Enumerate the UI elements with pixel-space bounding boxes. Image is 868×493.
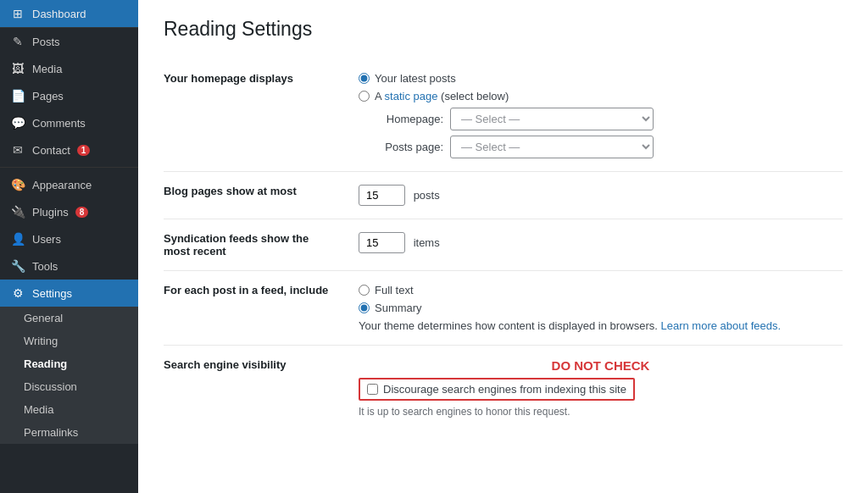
syndication-suffix: items: [414, 236, 440, 249]
blog-pages-suffix: posts: [414, 189, 440, 202]
homepage-select-label: Homepage:: [376, 113, 443, 125]
sidebar-label-users: Users: [32, 233, 61, 246]
plugins-badge: 8: [75, 207, 89, 218]
homepage-displays-label: Your homepage displays: [164, 59, 359, 172]
sidebar-item-media[interactable]: 🖼 Media: [0, 55, 138, 82]
syndication-input[interactable]: [359, 232, 405, 253]
sidebar-item-plugins[interactable]: 🔌 Plugins 8: [0, 198, 138, 225]
syndication-cell: items: [359, 219, 843, 270]
settings-table: Your homepage displays Your latest posts…: [164, 59, 843, 430]
radio-summary-label: Summary: [375, 302, 422, 314]
submenu-reading[interactable]: Reading: [0, 352, 138, 375]
radio-latest-posts-label: Your latest posts: [375, 72, 456, 85]
sidebar-item-tools[interactable]: 🔧 Tools: [0, 252, 138, 280]
feed-include-label: For each post in a feed, include: [164, 270, 359, 345]
submenu-discussion[interactable]: Discussion: [0, 375, 138, 398]
search-visibility-row: Search engine visibility DO NOT CHECK Di…: [164, 345, 843, 430]
sidebar-label-plugins: Plugins: [32, 206, 69, 219]
page-title: Reading Settings: [164, 17, 843, 42]
sidebar-label-contact: Contact: [32, 144, 70, 157]
feed-include-row: For each post in a feed, include Full te…: [164, 270, 843, 345]
radio-summary: Summary: [359, 302, 843, 314]
visibility-box: Discourage search engines from indexing …: [359, 378, 635, 401]
tools-icon: 🔧: [10, 259, 25, 273]
sidebar-item-users[interactable]: 👤 Users: [0, 225, 138, 252]
blog-pages-input[interactable]: [359, 185, 405, 206]
sidebar: ⊞ Dashboard ✎ Posts 🖼 Media 📄 Pages 💬 Co…: [0, 0, 138, 493]
syndication-label: Syndication feeds show the most recent: [164, 219, 359, 270]
do-not-check-text: DO NOT CHECK: [359, 358, 843, 373]
sidebar-item-settings[interactable]: ⚙ Settings: [0, 280, 138, 307]
learn-more-link[interactable]: Learn more about feeds.: [661, 319, 782, 332]
main-content: Reading Settings Your homepage displays …: [138, 0, 868, 493]
dashboard-icon: ⊞: [10, 7, 25, 20]
feed-include-cell: Full text Summary Your theme determines …: [359, 270, 843, 345]
sidebar-label-media: Media: [32, 63, 62, 75]
sidebar-label-appearance: Appearance: [32, 179, 92, 191]
blog-pages-cell: posts: [359, 171, 843, 219]
contact-icon: ✉: [10, 143, 25, 157]
sidebar-label-settings: Settings: [32, 287, 72, 300]
search-visibility-label: Search engine visibility: [164, 345, 359, 430]
sidebar-label-tools: Tools: [32, 260, 58, 273]
submenu-general[interactable]: General: [0, 307, 138, 330]
radio-full-text-label: Full text: [375, 284, 414, 296]
radio-summary-input[interactable]: [359, 302, 370, 313]
submenu-permalinks[interactable]: Permalinks: [0, 421, 138, 444]
sidebar-item-contact[interactable]: ✉ Contact 1: [0, 136, 138, 163]
blog-pages-row: Blog pages show at most posts: [164, 171, 843, 219]
homepage-select-row: Homepage: — Select —: [376, 108, 843, 130]
pages-icon: 📄: [10, 89, 25, 102]
sidebar-label-comments: Comments: [32, 117, 86, 130]
search-visibility-cell: DO NOT CHECK Discourage search engines f…: [359, 345, 843, 430]
homepage-displays-row: Your homepage displays Your latest posts…: [164, 59, 843, 172]
sidebar-item-comments[interactable]: 💬 Comments: [0, 109, 138, 136]
syndication-row: Syndication feeds show the most recent i…: [164, 219, 843, 270]
plugins-icon: 🔌: [10, 205, 25, 219]
radio-full-text-input[interactable]: [359, 285, 370, 296]
posts-page-select-row: Posts page: — Select —: [376, 136, 843, 158]
radio-latest-posts: Your latest posts: [359, 72, 843, 85]
posts-icon: ✎: [10, 35, 25, 48]
comments-icon: 💬: [10, 116, 25, 130]
search-visibility-checkbox[interactable]: [367, 384, 378, 395]
search-visibility-hint: It is up to search engines to honor this…: [359, 406, 843, 418]
submenu-media[interactable]: Media: [0, 398, 138, 421]
contact-badge: 1: [77, 145, 91, 156]
sidebar-item-pages[interactable]: 📄 Pages: [0, 82, 138, 109]
radio-static-page-input[interactable]: [359, 91, 370, 102]
settings-submenu: General Writing Reading Discussion Media…: [0, 307, 138, 444]
radio-static-page: A static page (select below): [359, 90, 843, 102]
feed-theme-note: Your theme determines how content is dis…: [359, 319, 843, 332]
posts-page-select[interactable]: — Select —: [450, 136, 654, 158]
sidebar-label-pages: Pages: [32, 90, 64, 102]
settings-icon: ⚙: [10, 286, 25, 300]
static-page-link[interactable]: static page: [385, 90, 438, 102]
homepage-displays-cell: Your latest posts A static page (select …: [359, 59, 843, 172]
media-icon: 🖼: [10, 62, 25, 75]
homepage-select[interactable]: — Select —: [450, 108, 654, 130]
sidebar-label-posts: Posts: [32, 36, 60, 48]
sidebar-item-dashboard[interactable]: ⊞ Dashboard: [0, 0, 138, 28]
search-visibility-checkbox-label: Discourage search engines from indexing …: [383, 383, 626, 396]
users-icon: 👤: [10, 232, 25, 246]
submenu-writing[interactable]: Writing: [0, 330, 138, 352]
sidebar-item-posts[interactable]: ✎ Posts: [0, 28, 138, 55]
radio-static-page-label: A static page (select below): [375, 90, 509, 102]
radio-full-text: Full text: [359, 284, 843, 296]
appearance-icon: 🎨: [10, 178, 25, 191]
blog-pages-label: Blog pages show at most: [164, 171, 359, 219]
posts-page-select-label: Posts page:: [376, 141, 443, 153]
sidebar-item-appearance[interactable]: 🎨 Appearance: [0, 171, 138, 198]
radio-latest-posts-input[interactable]: [359, 73, 370, 84]
sidebar-label-dashboard: Dashboard: [32, 8, 86, 20]
